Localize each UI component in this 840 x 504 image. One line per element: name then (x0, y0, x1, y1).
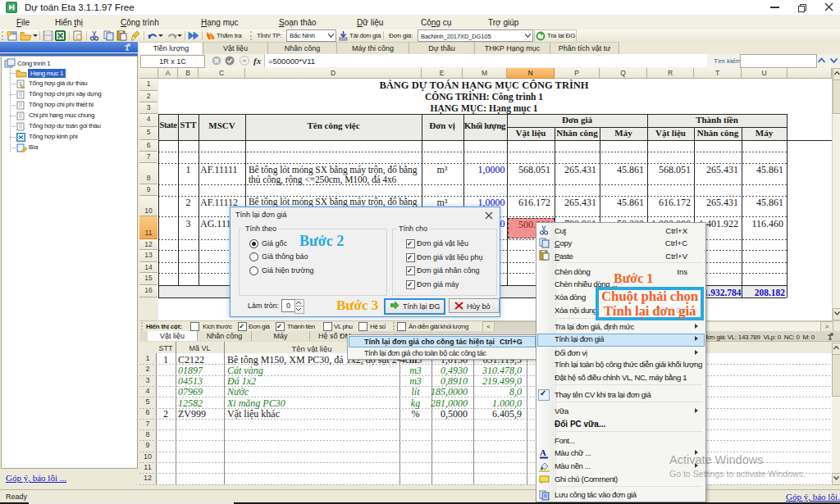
svg-text:A: A (540, 448, 546, 457)
